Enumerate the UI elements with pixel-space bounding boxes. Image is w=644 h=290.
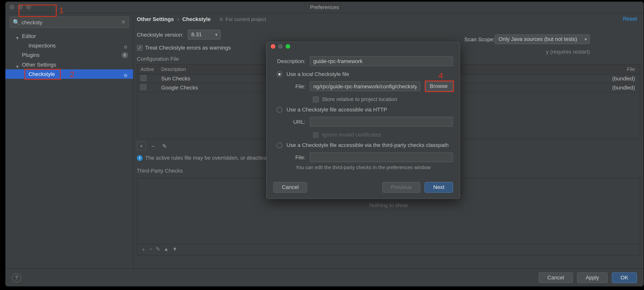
annotation-number-1: 1 xyxy=(59,6,64,15)
zoom-dot[interactable] xyxy=(26,5,31,10)
store-relative-checkbox[interactable]: Store relative to project location xyxy=(313,96,453,102)
close-dot[interactable] xyxy=(10,5,14,10)
version-label: Checkstyle version: xyxy=(137,32,183,38)
titlebar: Preferences xyxy=(6,2,644,13)
third-party-toolbar: ＋ − ✎ ▲ ▼ xyxy=(137,244,640,255)
checkbox-checked-icon: ✓ xyxy=(137,45,142,50)
radio-icon xyxy=(276,107,282,112)
apply-button[interactable]: Apply xyxy=(577,272,608,283)
radio-checked-icon xyxy=(276,71,282,77)
tree-checkstyle[interactable]: Checkstyle ⛭ xyxy=(6,69,133,79)
classpath-file-label: File: xyxy=(286,154,306,160)
window-title: Preferences xyxy=(310,4,339,10)
restart-hint: y (requires restart) xyxy=(546,49,590,55)
minimize-dot[interactable] xyxy=(18,5,23,10)
scan-scope-select[interactable]: Only Java sources (but not tests) xyxy=(495,34,590,44)
help-button[interactable]: ? xyxy=(12,273,21,282)
minimize-dot[interactable] xyxy=(278,44,283,49)
reset-link[interactable]: Reset xyxy=(623,16,637,22)
add-button[interactable]: ＋ xyxy=(137,142,146,150)
version-select[interactable]: 8.31 xyxy=(188,30,220,39)
edit-button[interactable]: ✎ xyxy=(160,142,169,150)
settings-tree: ▼ Editor Inspections ⛭ Plugins 6 ▼ Other… xyxy=(6,31,133,79)
project-scope-icon: ⛭ xyxy=(123,71,128,80)
down-button[interactable]: ▼ xyxy=(172,246,178,253)
search-icon: 🔍 xyxy=(13,19,20,25)
remove-button[interactable]: − xyxy=(148,142,158,150)
radio-icon xyxy=(276,142,282,148)
row-active-checkbox[interactable] xyxy=(140,84,146,90)
scan-scope-label: Scan Scope: xyxy=(464,36,495,42)
plugins-count-badge: 6 xyxy=(122,52,128,58)
for-current-project-label: ⛭For current project xyxy=(219,13,266,25)
dialog-cancel-button[interactable]: Cancel xyxy=(273,182,307,193)
row-active-checkbox[interactable] xyxy=(140,75,146,81)
project-icon: ⛭ xyxy=(219,13,224,25)
ignore-certs-checkbox: Ignore invalid certificates xyxy=(313,132,453,138)
file-input[interactable] xyxy=(310,81,420,91)
remove-button[interactable]: − xyxy=(149,246,152,253)
search-input[interactable] xyxy=(10,16,129,28)
annotation-number-4: 4 xyxy=(438,71,443,80)
close-dot[interactable] xyxy=(271,44,276,49)
info-icon: i xyxy=(137,155,142,161)
dialog-previous-button[interactable]: Previous xyxy=(382,182,420,193)
option-classpath[interactable]: Use a Checkstyle file accessible via the… xyxy=(276,142,453,148)
option-local-file[interactable]: Use a local Checkstyle file xyxy=(276,71,453,77)
tree-other-settings[interactable]: ▼ Other Settings xyxy=(6,60,133,69)
classpath-file-input[interactable] xyxy=(310,152,453,162)
treat-warnings-checkbox[interactable]: ✓ Treat Checkstyle errors as warnings xyxy=(137,44,231,51)
annotation-number-2: 2 xyxy=(70,70,74,79)
url-label: URL: xyxy=(286,119,306,125)
sidebar: 🔍 ✕ 1 ▼ Editor Inspections ⛭ Plugins xyxy=(6,13,134,268)
classpath-hint: You can edit the third-party checks in t… xyxy=(273,165,453,170)
preferences-window: Preferences 🔍 ✕ 1 ▼ Editor Inspections xyxy=(6,2,644,287)
clear-search-icon[interactable]: ✕ xyxy=(121,19,126,25)
ok-button[interactable]: OK xyxy=(612,272,637,283)
edit-button[interactable]: ✎ xyxy=(156,246,160,253)
dialog-next-button[interactable]: Next xyxy=(424,182,453,193)
window-traffic-lights[interactable] xyxy=(10,5,31,10)
browse-button[interactable]: Browse xyxy=(424,81,453,91)
zoom-dot[interactable] xyxy=(286,44,290,49)
option-http[interactable]: Use a Checkstyle file accessible via HTT… xyxy=(276,106,453,113)
breadcrumb: Other Settings › Checkstyle ⛭For current… xyxy=(134,13,644,25)
cancel-button[interactable]: Cancel xyxy=(539,272,573,283)
description-label: Description: xyxy=(273,58,306,64)
checkbox-disabled-icon xyxy=(313,132,319,138)
url-input[interactable] xyxy=(310,117,453,127)
up-button[interactable]: ▲ xyxy=(164,246,169,253)
tree-plugins[interactable]: Plugins 6 xyxy=(6,50,133,60)
add-config-dialog: Description: Use a local Checkstyle file… xyxy=(266,42,460,199)
footer: ? Cancel Apply OK xyxy=(6,268,644,286)
checkbox-icon xyxy=(313,96,319,102)
tree-inspections[interactable]: Inspections ⛭ xyxy=(6,41,133,50)
tree-editor[interactable]: ▼ Editor xyxy=(6,31,133,41)
add-button[interactable]: ＋ xyxy=(140,246,146,253)
description-input[interactable] xyxy=(310,56,453,66)
file-label: File: xyxy=(286,83,306,89)
dialog-titlebar xyxy=(266,42,460,50)
